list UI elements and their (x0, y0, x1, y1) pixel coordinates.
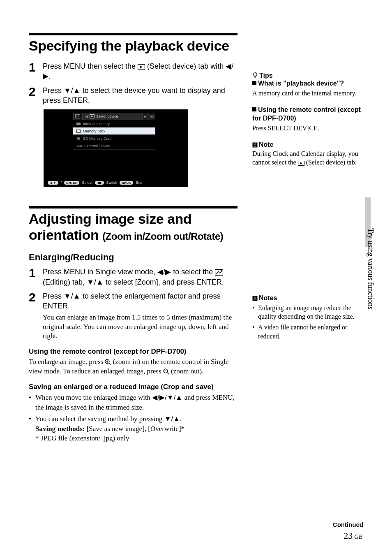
svg-rect-6 (151, 116, 152, 117)
svg-marker-28 (300, 162, 302, 164)
ss-enter-pill: ENTER (64, 181, 79, 185)
step-body: Press MENU then select the (Select devic… (43, 61, 238, 81)
tips-answer: A memory card or the internal memory. (252, 89, 367, 98)
svg-rect-31 (255, 299, 256, 300)
note-icon (252, 142, 258, 148)
crop-bullet-2: You can select the saving method by pres… (29, 414, 238, 443)
tips-heading: Tips (252, 72, 367, 79)
svg-marker-4 (91, 116, 93, 117)
text: (Select device) tab with (147, 62, 226, 70)
svg-marker-1 (140, 66, 143, 68)
ss-item-memory-stick: Memory Stick (73, 127, 155, 135)
note-label: Note (259, 141, 274, 148)
notes-heading: Notes (252, 294, 367, 302)
side-remote-block: Using the remote control (except for DPF… (252, 106, 367, 132)
crop-bullet-1: When you move the enlarged image with ◀/… (29, 393, 238, 412)
svg-line-22 (253, 73, 254, 73)
note-body: During Clock and Calendar display, you c… (252, 149, 367, 167)
text: (Editing) tab, (43, 278, 87, 286)
step-body: Press ▼/▲ to select the device you want … (43, 86, 238, 106)
text: (zoom out). (169, 367, 204, 375)
ss-tab-settings-icon (148, 113, 155, 120)
step-body: Press ▼/▲ to select the enlargement fact… (43, 291, 238, 341)
side-column: Tips What is "playback device"? A memory… (252, 72, 367, 349)
text: Press ▼/▲ to select the enlargement fact… (43, 292, 221, 310)
ss-select-label: Select (82, 181, 92, 185)
spec-step-1: 1 Press MENU then select the (Select dev… (29, 61, 238, 81)
crop-bullets: When you move the enlarged image with ◀/… (29, 393, 238, 443)
editing-tab-icon (215, 268, 223, 276)
continued-label: Continued (333, 521, 363, 528)
select-device-tab-icon (298, 159, 304, 166)
notes-item-1: Enlarging an image may reduce the qualit… (252, 303, 367, 321)
step-extra: You can enlarge an image from 1.5 times … (43, 313, 238, 341)
step-number: 1 (29, 267, 43, 287)
all-arrows: ◀/▶/▼/▲ (152, 394, 182, 401)
square-bullet-icon (252, 81, 256, 85)
zoom-out-icon (163, 367, 169, 375)
step-number: 1 (29, 61, 43, 81)
note-icon (252, 296, 258, 301)
subheading-remote-control: Using the remote control (except for DPF… (29, 348, 238, 356)
ss-usb-prefix: USB (76, 144, 82, 147)
enlarge-step-1: 1 Press MENU in Single view mode, ◀/▶ to… (29, 267, 238, 287)
left-right-arrows: ◀/▶ (157, 268, 171, 276)
device-screenshot: ◀ Select device ▶ Internal memory (44, 109, 188, 187)
ss-updown-pill: ▲▼ (48, 181, 58, 185)
notes-block: Notes Enlarging an image may reduce the … (252, 294, 367, 341)
text: Press MENU in Single view mode, (43, 268, 157, 276)
subheading-enlarging-reducing: Enlarging/Reducing (29, 252, 238, 263)
ss-switch-label: Switch (106, 181, 118, 185)
down-up-arrows: ▼/▲ (164, 415, 180, 423)
notes-list: Enlarging an image may reduce the qualit… (252, 303, 367, 341)
svg-rect-25 (255, 143, 256, 145)
ss-tab-label: Select device (96, 114, 118, 118)
enlarge-step-2: 2 Press ▼/▲ to select the enlargement fa… (29, 291, 238, 341)
text: Press MENU then select the (43, 62, 138, 70)
ss-item-label: External Device (84, 144, 110, 148)
main-column: Specifying the playback device 1 Press M… (29, 33, 238, 445)
vertical-section-label: Try using various functions (366, 228, 375, 310)
ss-footer: ▲▼ / ENTER Select ◀▶ Switch BACK End (48, 181, 142, 185)
ss-tab-arrow-right: ▶ (142, 113, 148, 120)
text: . (180, 415, 182, 423)
zoom-in-icon (105, 358, 111, 366)
saving-methods-values: [Save as new image], [Overwrite]* (85, 425, 184, 433)
text: to select the (171, 268, 215, 276)
step-number: 2 (29, 291, 43, 341)
step-number: 2 (29, 86, 43, 106)
side-remote-heading: Using the remote control (except for DPF… (252, 106, 367, 123)
svg-line-23 (257, 73, 257, 73)
text: Press ▼/▲ to select the device you want … (43, 86, 225, 104)
ss-lr-pill: ◀▶ (95, 181, 104, 185)
title2-sub: (Zoom in/Zoom out/Rotate) (102, 231, 223, 242)
remote-body: To enlarge an image, press (zoom in) on … (29, 357, 238, 376)
text: (Select device) tab. (306, 159, 357, 166)
page-number-value: 23 (344, 531, 353, 541)
svg-rect-8 (77, 130, 81, 132)
ss-item-sd-card: SD Memory Card (73, 135, 155, 142)
heading-specifying-playback-device: Specifying the playback device (29, 33, 238, 54)
note-heading: Note (252, 141, 367, 148)
lightbulb-icon (252, 72, 258, 79)
svg-rect-7 (76, 123, 81, 125)
spec-step-2: 2 Press ▼/▲ to select the device you wan… (29, 86, 238, 106)
square-bullet-icon (252, 107, 256, 111)
text: Using the remote control (except for DPF… (252, 106, 361, 122)
ss-item-label: SD Memory Card (83, 137, 112, 141)
ss-tab-editing-icon (73, 113, 82, 120)
ss-item-internal-memory: Internal memory (73, 120, 155, 127)
text: You can select the saving method by pres… (35, 415, 164, 423)
svg-rect-9 (77, 137, 80, 140)
page-lang: GB (354, 533, 362, 540)
text: . (48, 72, 51, 80)
heading-adjusting-image-size: Adjusting image size and orientation (Zo… (29, 206, 238, 243)
svg-rect-30 (255, 297, 256, 299)
text: To enlarge an image, press (29, 358, 105, 366)
text: When you move the enlarged image with (35, 394, 152, 401)
notes-item-2: A video file cannot be enlarged or reduc… (252, 323, 367, 341)
text: to select [Zoom], and press ENTER. (104, 278, 224, 286)
subheading-crop-save: Saving an enlarged or a reduced image (C… (29, 383, 238, 391)
text: What is "playback device"? (258, 80, 344, 87)
crop-footnote: * JPEG file (extension: .jpg) only (35, 434, 129, 442)
